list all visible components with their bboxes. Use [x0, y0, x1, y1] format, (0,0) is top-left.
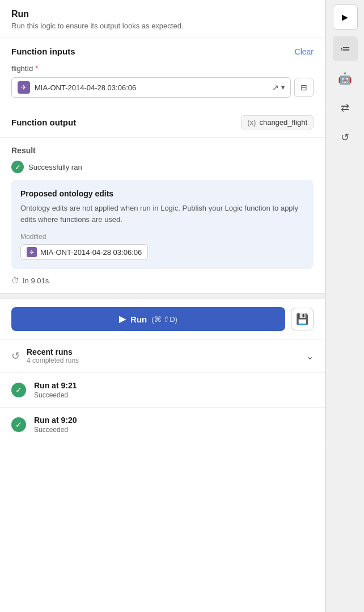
run-title: Run — [11, 9, 314, 19]
run-area: ▶ Run (⌘ ⇧D) 💾 — [0, 299, 325, 339]
proposed-description: Ontology edits are not applied when run … — [20, 203, 304, 225]
main-panel: Run Run this logic to ensure its output … — [0, 0, 325, 612]
output-badge: (x) changed_flight — [241, 115, 314, 129]
proposed-ontology-box: Proposed ontology edits Ontology edits a… — [11, 180, 314, 269]
function-inputs-header: Function inputs Clear — [11, 47, 314, 56]
chevron-down-icon[interactable]: ▾ — [281, 83, 285, 91]
run-item-success-icon-0: ✓ — [11, 383, 26, 397]
clear-button[interactable]: Clear — [295, 47, 314, 56]
success-row: ✓ Successfully ran — [11, 161, 314, 173]
recent-runs-left: ↺ Recent runs 4 completed runs — [11, 347, 79, 364]
recent-runs-title: Recent runs — [27, 347, 79, 357]
variable-icon: (x) — [247, 118, 256, 127]
recent-runs-icon: ↺ — [11, 350, 20, 362]
run-item-status-1: Succeeded — [34, 426, 77, 434]
modified-label: Modified — [20, 233, 304, 241]
modified-flight-icon: ✈ — [27, 247, 37, 257]
save-button[interactable]: 💾 — [291, 308, 314, 330]
save-icon: 💾 — [296, 313, 308, 325]
function-inputs-section: Function inputs Clear flightId * ✈ MIA-O… — [0, 37, 325, 107]
result-title: Result — [11, 146, 314, 155]
sidebar-robot-icon: 🤖 — [338, 72, 352, 85]
success-text: Successfully ran — [28, 163, 82, 171]
flight-icon: ✈ — [18, 81, 30, 94]
sidebar-history-button[interactable]: ↺ — [333, 125, 358, 150]
modified-flight-value: MIA-ONT-2014-04-28 03:06:06 — [40, 248, 142, 257]
recent-runs-section[interactable]: ↺ Recent runs 4 completed runs ⌄ — [0, 339, 325, 373]
sidebar-robot-button[interactable]: 🤖 — [333, 66, 358, 91]
run-shortcut: (⌘ ⇧D) — [151, 315, 177, 324]
field-name: flightId — [11, 64, 33, 73]
sidebar: ▶ ≔ 🤖 ⇄ ↺ — [325, 0, 364, 612]
run-play-icon: ▶ — [119, 314, 126, 324]
output-badge-label: changed_flight — [259, 118, 307, 127]
recent-runs-info: Recent runs 4 completed runs — [27, 347, 79, 364]
sidebar-shuffle-icon: ⇄ — [341, 102, 349, 114]
run-subtitle: Run this logic to ensure its output look… — [11, 22, 314, 30]
run-item-title-1: Run at 9:20 — [34, 416, 77, 425]
function-inputs-title: Function inputs — [11, 47, 75, 56]
sidebar-list-icon: ≔ — [340, 43, 350, 55]
function-output-section: Function output (x) changed_flight — [0, 107, 325, 138]
flight-input-row: ✈ MIA-ONT-2014-04-28 03:06:06 ↗ ▾ ⊟ — [11, 77, 314, 98]
run-button[interactable]: ▶ Run (⌘ ⇧D) — [11, 307, 285, 331]
external-link-icon[interactable]: ↗ — [272, 83, 279, 92]
run-item-success-icon-1: ✓ — [11, 417, 26, 432]
flight-value: MIA-ONT-2014-04-28 03:06:06 — [35, 83, 268, 92]
run-item-1[interactable]: ✓ Run at 9:20 Succeeded — [0, 408, 325, 442]
proposed-title: Proposed ontology edits — [20, 189, 304, 198]
sidebar-play-icon: ▶ — [342, 12, 348, 22]
success-icon: ✓ — [11, 161, 24, 173]
sidebar-history-icon: ↺ — [341, 131, 349, 144]
modified-flight: ✈ MIA-ONT-2014-04-28 03:06:06 — [20, 244, 148, 260]
flight-input[interactable]: ✈ MIA-ONT-2014-04-28 03:06:06 ↗ ▾ — [11, 77, 291, 98]
expand-icon[interactable]: ⌄ — [306, 351, 314, 362]
field-label: flightId * — [11, 64, 314, 73]
timer-icon: ⏱ — [11, 276, 19, 285]
sidebar-shuffle-button[interactable]: ⇄ — [333, 95, 358, 120]
grid-icon: ⊟ — [300, 83, 307, 92]
run-item-info-0: Run at 9:21 Succeeded — [34, 381, 77, 399]
sidebar-list-button[interactable]: ≔ — [333, 36, 358, 61]
grid-button[interactable]: ⊟ — [294, 78, 314, 97]
function-output-title: Function output — [11, 118, 76, 127]
run-item-0[interactable]: ✓ Run at 9:21 Succeeded — [0, 373, 325, 408]
run-item-status-0: Succeeded — [34, 391, 77, 399]
run-item-title-0: Run at 9:21 — [34, 381, 77, 390]
timing-text: In 9.01s — [23, 276, 49, 285]
section-divider — [0, 294, 325, 299]
result-section: Result ✓ Successfully ran Proposed ontol… — [0, 138, 325, 294]
timing-row: ⏱ In 9.01s — [11, 276, 314, 285]
sidebar-play-button[interactable]: ▶ — [333, 5, 358, 30]
run-item-info-1: Run at 9:20 Succeeded — [34, 416, 77, 434]
required-indicator: * — [35, 64, 38, 73]
run-label: Run — [130, 315, 147, 324]
run-header: Run Run this logic to ensure its output … — [0, 0, 325, 37]
input-controls: ↗ ▾ — [272, 83, 285, 92]
recent-runs-subtitle: 4 completed runs — [27, 357, 79, 364]
